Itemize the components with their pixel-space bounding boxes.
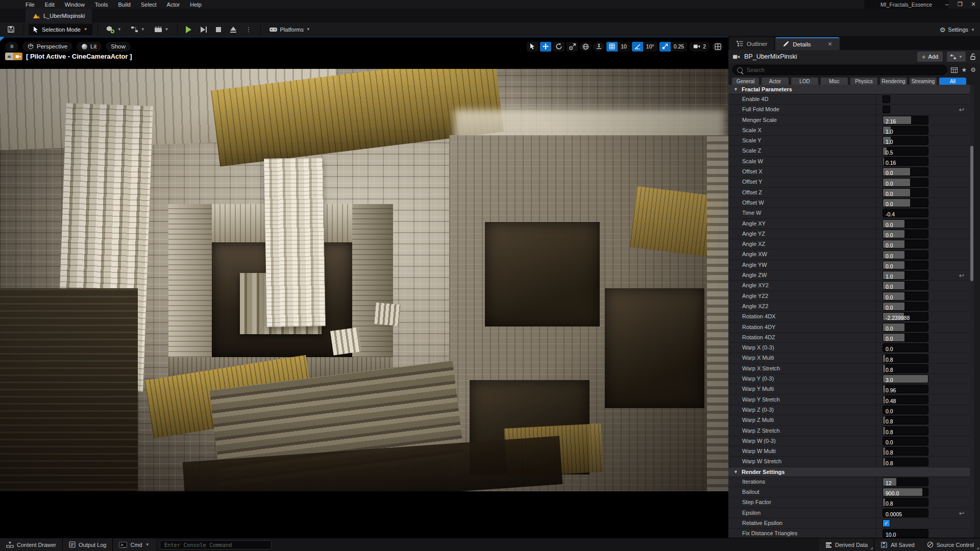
- scale-snap-control[interactable]: 0.25: [659, 42, 687, 52]
- value-slider[interactable]: 2.16: [883, 116, 928, 124]
- camera-speed-control[interactable]: 2: [689, 42, 710, 52]
- tab-outliner[interactable]: Outliner: [729, 37, 774, 50]
- content-drawer-button[interactable]: Content Drawer: [0, 538, 62, 551]
- value-slider[interactable]: 0.0: [883, 343, 928, 352]
- value-slider[interactable]: 0.0: [883, 261, 928, 269]
- close-button[interactable]: ✕: [967, 0, 980, 9]
- value-slider[interactable]: 0.0: [883, 437, 928, 445]
- blueprints-button[interactable]: ▼: [128, 24, 148, 34]
- value-slider[interactable]: 0.16: [883, 157, 928, 166]
- source-control-button[interactable]: Source Control: [921, 538, 980, 551]
- derived-data-button[interactable]: Derived Data: [819, 538, 874, 551]
- show-dropdown[interactable]: Show: [106, 42, 131, 52]
- search-box[interactable]: [732, 65, 947, 75]
- add-actor-button[interactable]: ▼: [103, 24, 125, 35]
- filter-physics[interactable]: Physics: [850, 78, 877, 85]
- floating-window-title[interactable]: MI_Fractals_Essence: [864, 0, 948, 9]
- viewport-menu-button[interactable]: ≡: [5, 42, 18, 52]
- quad-view-button[interactable]: [712, 42, 723, 52]
- console-input-box[interactable]: [160, 540, 272, 549]
- filter-misc[interactable]: Misc: [821, 78, 848, 85]
- section-header[interactable]: ▼Fractal Parameters: [728, 85, 970, 94]
- checkbox[interactable]: [883, 106, 890, 113]
- viewport[interactable]: ≡ Perspective Lit Show 1: [0, 37, 728, 538]
- value-slider[interactable]: 0.0: [883, 406, 928, 414]
- platforms-dropdown[interactable]: Platforms ▼: [266, 25, 313, 34]
- maximize-button[interactable]: ❐: [953, 0, 967, 9]
- cmd-dropdown[interactable]: >_ Cmd ▼: [113, 538, 155, 551]
- value-slider[interactable]: 900.0: [883, 488, 928, 496]
- checkbox[interactable]: [883, 95, 890, 103]
- tab-details[interactable]: Details ✕: [775, 37, 839, 50]
- play-button[interactable]: [183, 24, 194, 35]
- menu-help[interactable]: Help: [185, 1, 207, 8]
- filter-actor[interactable]: Actor: [762, 78, 789, 85]
- value-slider[interactable]: 0.0: [883, 302, 928, 311]
- menu-tools[interactable]: Tools: [90, 1, 113, 8]
- value-slider[interactable]: 0.0: [883, 167, 928, 176]
- display-options-icon[interactable]: [951, 67, 958, 73]
- stop-button[interactable]: [213, 26, 224, 34]
- filter-all[interactable]: All: [939, 78, 966, 85]
- value-slider[interactable]: 0.0: [883, 188, 928, 197]
- value-slider[interactable]: -2.239988: [883, 312, 928, 321]
- value-slider[interactable]: 0.0: [883, 198, 928, 207]
- value-slider[interactable]: 0.0: [883, 323, 928, 332]
- world-coordinate-button[interactable]: [580, 42, 591, 52]
- eject-button[interactable]: [227, 25, 239, 34]
- value-slider[interactable]: 1.0: [883, 271, 928, 280]
- rotate-tool-button[interactable]: [553, 42, 565, 52]
- value-slider[interactable]: 0.48: [883, 395, 928, 404]
- surface-snap-button[interactable]: [593, 42, 604, 52]
- cinematics-button[interactable]: ▼: [151, 24, 172, 34]
- lit-dropdown[interactable]: Lit: [77, 42, 102, 52]
- value-slider[interactable]: 3.0: [883, 374, 928, 383]
- value-slider[interactable]: 1.0: [883, 126, 928, 135]
- favorites-star-icon[interactable]: ★: [961, 66, 967, 73]
- filter-rendering[interactable]: Rendering: [880, 78, 907, 85]
- menu-window[interactable]: Window: [60, 1, 90, 8]
- menu-file[interactable]: File: [20, 1, 40, 8]
- value-slider[interactable]: 0.8: [883, 458, 928, 466]
- reset-button[interactable]: ↩: [953, 270, 970, 280]
- pilot-camera-icon[interactable]: [5, 53, 22, 60]
- value-slider[interactable]: 0.0: [883, 240, 928, 248]
- select-tool-button[interactable]: [527, 42, 538, 52]
- value-slider[interactable]: 0.0: [883, 292, 928, 300]
- rotation-snap-control[interactable]: 10°: [632, 42, 657, 52]
- grid-snap-control[interactable]: 10: [606, 42, 630, 52]
- value-slider[interactable]: -0.4: [883, 209, 928, 217]
- value-slider[interactable]: 12: [883, 478, 928, 486]
- value-slider[interactable]: 0.0: [883, 219, 928, 228]
- save-button[interactable]: [4, 24, 18, 35]
- console-input[interactable]: [163, 541, 268, 548]
- search-input[interactable]: [746, 66, 943, 73]
- value-slider[interactable]: 0.8: [883, 427, 928, 435]
- filter-streaming[interactable]: Streaming: [910, 78, 937, 85]
- filter-lod[interactable]: LOD: [791, 78, 818, 85]
- perspective-dropdown[interactable]: Perspective: [22, 42, 72, 52]
- menu-actor[interactable]: Actor: [162, 1, 185, 8]
- play-options-button[interactable]: ⋮: [242, 24, 255, 35]
- value-slider[interactable]: 0.8: [883, 447, 928, 456]
- minimize-button[interactable]: –: [940, 0, 953, 9]
- value-slider[interactable]: 0.8: [883, 354, 928, 363]
- move-tool-button[interactable]: [540, 42, 551, 52]
- value-slider[interactable]: 0.5: [883, 147, 928, 156]
- frame-skip-button[interactable]: [198, 25, 210, 34]
- value-slider[interactable]: 0.8: [883, 364, 928, 373]
- value-slider[interactable]: 0.0005: [883, 509, 928, 517]
- value-slider[interactable]: 0.0: [883, 230, 928, 238]
- lock-button[interactable]: [970, 53, 976, 60]
- value-slider[interactable]: 0.0: [883, 178, 928, 187]
- all-saved-button[interactable]: All Saved: [874, 538, 920, 551]
- value-slider[interactable]: 0.96: [883, 385, 928, 393]
- section-header[interactable]: ▼Render Settings: [728, 467, 970, 477]
- tab-close-icon[interactable]: ✕: [827, 41, 832, 47]
- reset-button[interactable]: ↩: [953, 105, 970, 114]
- scrollbar-thumb[interactable]: [970, 146, 973, 281]
- output-log-button[interactable]: Output Log: [63, 538, 112, 551]
- value-slider[interactable]: 10.0: [883, 529, 928, 538]
- menu-build[interactable]: Build: [113, 1, 136, 8]
- level-tab[interactable]: L_UberMixpinski: [26, 9, 92, 22]
